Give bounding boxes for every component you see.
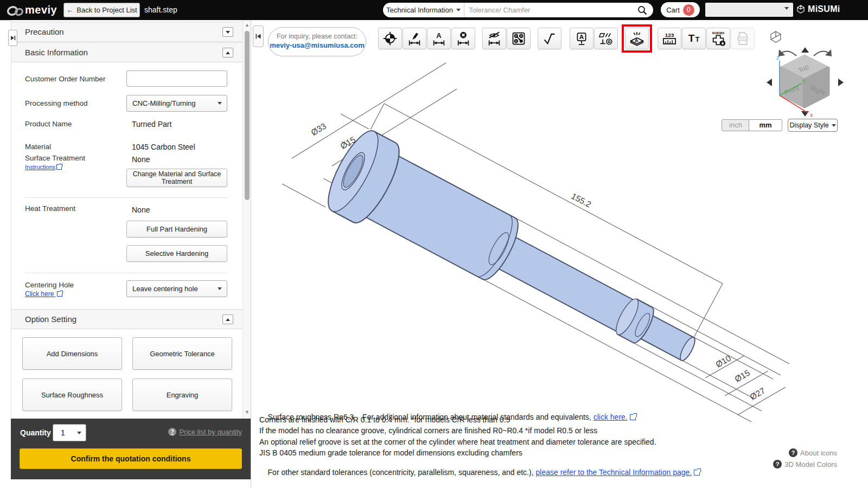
chevron-up-icon	[226, 52, 230, 54]
centering-hole-link[interactable]: Click here	[25, 290, 62, 298]
chevron-down-icon	[456, 9, 461, 11]
search-category-select[interactable]: Technical Information	[383, 3, 464, 17]
dim-d10: Ø10	[714, 353, 732, 369]
scroll-up-icon[interactable]: ▲	[245, 22, 250, 28]
cart-count-badge: 0	[683, 4, 694, 16]
chevron-down-icon	[832, 124, 836, 127]
tilt-down-arrow[interactable]	[801, 111, 809, 117]
question-icon: ?	[789, 448, 797, 457]
technical-information-link[interactable]: please refer to the Technical Informatio…	[536, 468, 692, 477]
processing-method-select[interactable]: CNC-Milling/Turning	[126, 95, 227, 112]
chevron-down-icon	[226, 31, 230, 34]
search-icon[interactable]	[637, 5, 648, 16]
chevron-down-icon	[218, 287, 222, 290]
meviy-app: meviy ← Back to Project List shaft.step …	[0, 0, 868, 488]
model-colors-link[interactable]: ? 3D Model Colors	[773, 459, 837, 469]
units-mm-option[interactable]: mm	[749, 119, 782, 131]
quote-footer: Quantity 1 ? Price list by quantity Conf…	[11, 419, 251, 479]
centering-hole-label: Centering Hole	[25, 281, 74, 289]
top-bar: meviy ← Back to Project List shaft.step …	[0, 0, 868, 20]
shaft-3d-model[interactable]	[319, 125, 712, 391]
material-value: 1045 Carbon Steel	[132, 143, 195, 151]
external-link-icon	[57, 291, 62, 297]
full-part-hardening-button[interactable]: Full Part Hardening	[126, 221, 227, 237]
chevron-down-icon	[784, 7, 789, 10]
surface-roughness-button[interactable]: Surface Roughness	[22, 378, 122, 411]
search-input[interactable]	[464, 6, 637, 14]
expand-right-icon	[10, 35, 16, 41]
chevron-down-icon	[218, 102, 222, 105]
note-line: Corners are finished with C/R 0.1 to 0.4…	[259, 415, 510, 424]
external-link-icon[interactable]	[630, 414, 636, 420]
tilt-up-arrow[interactable]	[801, 47, 809, 53]
surface-treatment-label: Surface Treatment	[25, 154, 85, 162]
section-option-setting[interactable]: Option Setting	[11, 309, 243, 329]
change-material-button[interactable]: Change Material and Surface Treatment	[126, 169, 227, 187]
view-cube-widget[interactable]: Top Front Right z x y	[757, 27, 868, 128]
section-precaution[interactable]: Precaution	[11, 22, 243, 42]
iso-view-icon[interactable]	[771, 31, 781, 42]
display-style-select[interactable]: Display Style	[788, 119, 838, 132]
external-link-icon[interactable]	[694, 470, 700, 476]
section-basic-information[interactable]: Basic Information	[11, 42, 243, 62]
back-arrow-icon: ←	[66, 6, 73, 14]
about-icons-link[interactable]: ? About icons	[789, 448, 837, 458]
units-toggle[interactable]: inch mm	[722, 119, 782, 131]
chevron-up-icon	[226, 318, 230, 321]
question-icon: ?	[773, 460, 782, 468]
confirm-quotation-button[interactable]: Confirm the quotation conditions	[20, 448, 242, 469]
external-link-icon	[56, 164, 62, 170]
heat-treatment-label: Heat Treatment	[25, 204, 75, 213]
price-list-link[interactable]: ? Price list by quantity	[168, 428, 242, 436]
scroll-down-icon[interactable]: ▼	[245, 409, 250, 415]
dim-length: 155.2	[570, 191, 592, 209]
basic-information-toggle-button[interactable]	[222, 48, 233, 57]
sidebar-scrollbar[interactable]: ▲ ▼	[242, 20, 251, 419]
logo-text: meviy	[25, 4, 57, 16]
quantity-select[interactable]: 1	[53, 424, 86, 441]
open-filename: shaft.step	[144, 5, 177, 14]
back-to-project-list-button[interactable]: ← Back to Project List	[63, 3, 140, 17]
z-axis-label: z	[776, 54, 780, 61]
precaution-toggle-button[interactable]	[222, 27, 233, 37]
units-inch-option[interactable]: inch	[722, 120, 749, 131]
scrollbar-thumb[interactable]	[245, 31, 250, 200]
selective-hardening-button[interactable]: Selective Hardening	[126, 245, 227, 262]
centering-hole-select[interactable]: Leave centering hole	[126, 280, 227, 297]
instructions-link[interactable]: Instructions	[25, 164, 62, 170]
option-setting-toggle-button[interactable]	[222, 314, 233, 324]
chevron-down-icon	[77, 432, 81, 434]
divider	[25, 197, 227, 198]
dim-d15-bottom: Ø15	[733, 368, 751, 384]
misumi-cube-icon	[796, 5, 805, 14]
note-line: An optional relief groove is set at the …	[259, 438, 656, 446]
add-dimensions-button[interactable]: Add Dimensions	[22, 337, 122, 370]
rotate-right-arrow[interactable]	[838, 79, 844, 86]
note-line: JIS B 0405 medium grade tolerance for mo…	[259, 448, 522, 457]
material-label: Material	[25, 143, 51, 151]
question-icon: ?	[168, 428, 176, 436]
dimension-lines	[282, 63, 789, 422]
processing-method-label: Processing method	[25, 99, 88, 107]
customer-order-label: Customer Order Number	[25, 75, 106, 83]
surface-treatment-value: None	[132, 155, 150, 164]
meviy-logo-icon	[7, 3, 24, 18]
engraving-button[interactable]: Engraving	[132, 378, 232, 411]
top-right-dropdown[interactable]	[705, 3, 793, 17]
dim-d33: Ø33	[309, 121, 328, 137]
geometric-tolerance-button[interactable]: Geometric Tolerance	[132, 337, 232, 370]
heat-treatment-value: None	[132, 206, 150, 214]
note-line: For other standard tolerances (concentri…	[259, 459, 700, 485]
product-name-value: Turned Part	[132, 120, 171, 129]
search-bar: Technical Information	[383, 3, 653, 17]
cart-button[interactable]: Cart 0	[661, 2, 700, 17]
click-here-link[interactable]: click here.	[593, 413, 628, 421]
rotate-left-arrow[interactable]	[767, 79, 772, 86]
customer-order-input[interactable]	[126, 70, 227, 87]
x-axis-label: x	[810, 112, 813, 118]
y-axis-label: y	[802, 77, 806, 84]
misumi-brand: MiSUMi	[796, 4, 840, 14]
sidebar-expand-handle[interactable]	[8, 30, 17, 46]
sidebar-left-strip	[0, 20, 11, 479]
quantity-label: Quantity	[20, 428, 51, 437]
